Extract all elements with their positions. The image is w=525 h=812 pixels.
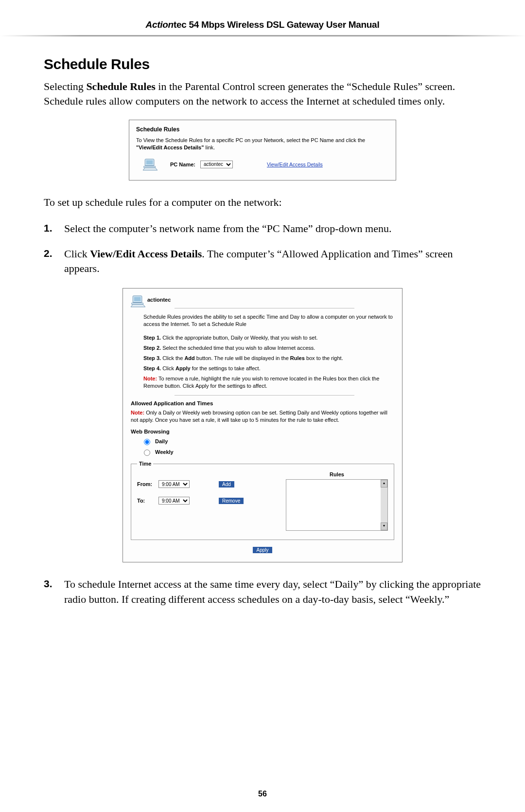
page-header: Actiontec 54 Mbps Wireless DSL Gateway U… (44, 19, 481, 30)
svg-rect-1 (146, 160, 153, 164)
header-title-rest: tec 54 Mbps Wireless DSL Gateway User Ma… (174, 19, 379, 30)
divider (175, 308, 354, 308)
radio-weekly[interactable] (144, 450, 150, 456)
radio-daily-label: Daily (155, 438, 168, 444)
scroll-down-icon[interactable]: ▾ (381, 523, 387, 530)
sbox1-desc: To View the Schedule Rules for a specifi… (136, 137, 389, 151)
view-edit-access-link[interactable]: View/Edit Access Details (267, 162, 323, 167)
to-label: To: (137, 498, 158, 504)
time-legend: Time (137, 461, 153, 467)
web-browsing-heading: Web Browsing (131, 429, 394, 434)
radio-daily[interactable] (144, 439, 150, 445)
from-select[interactable]: 9:00 AM (158, 480, 190, 488)
to-select[interactable]: 9:00 AM (158, 497, 190, 505)
sbox2-pcname: actiontec (147, 297, 171, 303)
step-1: Select the computer’s network name from … (44, 221, 481, 236)
sbox1-title: Schedule Rules (136, 126, 389, 133)
step-3: To schedule Internet access at the same … (44, 577, 481, 607)
pcname-select[interactable]: actiontec (200, 161, 233, 168)
sbox2-note1: Note: To remove a rule, highlight the ru… (143, 375, 394, 390)
screenshot-schedule-rules: Schedule Rules To View the Schedule Rule… (129, 120, 396, 180)
pcname-label: PC Name: (170, 162, 195, 167)
screenshot-allowed-apps: actiontec Schedule Rules provides the ab… (122, 288, 402, 562)
rules-listbox[interactable]: ▴ ▾ (286, 479, 388, 531)
svg-rect-4 (134, 297, 141, 301)
rules-label: Rules (286, 471, 388, 477)
radio-daily-row: Daily (141, 437, 394, 445)
time-fieldset: Time From: 9:00 AM Add To: 9:00 AM Remov… (131, 461, 394, 540)
page-number: 56 (0, 790, 525, 798)
intro-paragraph: Selecting Schedule Rules in the Parental… (44, 79, 481, 108)
divider (175, 395, 354, 396)
sbox2-note2: Note: Only a Daily or Weekly web browsin… (131, 409, 394, 424)
pc-icon (131, 294, 143, 305)
section-heading: Schedule Rules (44, 56, 481, 72)
sbox2-step2: Step 2. Select the scheduled time that y… (143, 344, 394, 352)
pc-icon (143, 158, 159, 171)
scroll-up-icon[interactable]: ▴ (381, 480, 387, 487)
remove-button[interactable]: Remove (219, 498, 244, 504)
from-label: From: (137, 481, 158, 487)
radio-weekly-label: Weekly (155, 449, 174, 455)
scrollbar[interactable]: ▴ ▾ (381, 480, 387, 530)
lead-in: To set up schedule rules for a computer … (44, 195, 481, 210)
sbox2-step4: Step 4. Click Apply for the settings to … (143, 365, 394, 372)
brand-prefix: Action (146, 19, 174, 30)
sbox2-step3: Step 3. Click the Add button. The rule w… (143, 355, 394, 362)
sbox2-step1: Step 1. Click the appropriate button, Da… (143, 334, 394, 342)
add-button[interactable]: Add (219, 481, 234, 487)
header-divider (0, 35, 525, 36)
allowed-heading: Allowed Application and Times (131, 400, 394, 406)
svg-rect-5 (132, 303, 143, 304)
svg-rect-2 (144, 166, 156, 167)
radio-weekly-row: Weekly (141, 448, 394, 456)
sbox2-intro: Schedule Rules provides the ability to s… (143, 313, 394, 328)
apply-button[interactable]: Apply (253, 547, 272, 553)
step-2: Click View/Edit Access Details. The comp… (44, 247, 481, 276)
